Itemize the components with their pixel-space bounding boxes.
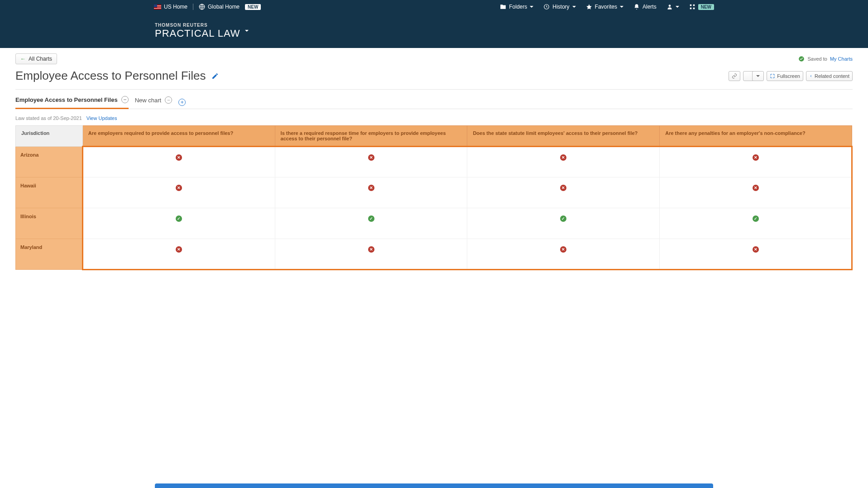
column-header-4[interactable]: Are there any penalties for an employer'… xyxy=(660,126,852,147)
favorites-label: Favorites xyxy=(595,4,617,10)
data-cell[interactable]: ✕ xyxy=(82,147,275,177)
apps-new-badge: NEW xyxy=(698,4,714,10)
chevron-down-icon xyxy=(620,6,623,8)
global-home-link[interactable]: Global Home xyxy=(199,4,240,10)
results-table: Jurisdiction Are employers required to p… xyxy=(15,125,853,270)
edit-title-button[interactable] xyxy=(211,72,219,80)
us-home-label: US Home xyxy=(164,4,187,10)
back-arrow-icon: ← xyxy=(20,56,26,62)
folders-menu[interactable]: Folders xyxy=(500,4,533,10)
globe-icon xyxy=(199,4,205,10)
page-title: Employee Access to Personnel Files xyxy=(15,69,206,83)
user-menu[interactable] xyxy=(667,4,679,10)
user-icon xyxy=(667,4,673,10)
table-row: Hawaii✕✕✕✕ xyxy=(16,177,852,208)
column-header-1[interactable]: Are employers required to provide access… xyxy=(82,126,275,147)
history-icon xyxy=(543,4,550,10)
alerts-link[interactable]: Alerts xyxy=(633,4,657,10)
chevron-down-icon xyxy=(530,6,533,8)
apps-menu[interactable]: NEW xyxy=(689,4,714,10)
favorites-menu[interactable]: Favorites xyxy=(586,4,623,10)
apps-icon xyxy=(689,4,695,10)
x-icon: ✕ xyxy=(560,154,566,161)
x-icon: ✕ xyxy=(753,154,759,161)
tab-current-label: Employee Access to Personnel Files xyxy=(15,96,118,103)
svg-point-2 xyxy=(668,5,671,7)
brand-dropdown[interactable]: THOMSON REUTERS PRACTICAL LAW xyxy=(155,23,249,39)
x-icon: ✕ xyxy=(176,246,182,253)
alerts-label: Alerts xyxy=(643,4,657,10)
x-icon: ✕ xyxy=(176,154,182,161)
link-button[interactable] xyxy=(729,71,740,81)
fullscreen-button[interactable]: Fullscreen xyxy=(767,71,803,81)
all-charts-button[interactable]: ← All Charts xyxy=(15,53,57,64)
data-cell[interactable]: ✕ xyxy=(275,177,467,208)
tab-new-label: New chart xyxy=(135,97,162,104)
x-icon: ✕ xyxy=(368,185,374,191)
data-cell[interactable]: ✕ xyxy=(275,147,467,177)
data-cell[interactable]: ✓ xyxy=(82,208,275,239)
x-icon: ✕ xyxy=(368,246,374,253)
x-icon: ✕ xyxy=(753,185,759,191)
law-stated-label: Law stated as of 20-Sep-2021 xyxy=(15,115,82,121)
check-icon: ✓ xyxy=(560,215,566,222)
data-cell[interactable]: ✕ xyxy=(82,177,275,208)
data-cell[interactable]: ✕ xyxy=(467,177,660,208)
plus-circle-icon[interactable]: + xyxy=(178,99,186,106)
fullscreen-label: Fullscreen xyxy=(777,73,800,79)
folders-label: Folders xyxy=(509,4,527,10)
column-header-2[interactable]: Is there a required response time for em… xyxy=(275,126,467,147)
star-icon xyxy=(586,4,592,10)
svg-rect-6 xyxy=(693,8,695,10)
related-content-button[interactable]: Related content xyxy=(806,71,853,81)
jurisdiction-cell[interactable]: Hawaii xyxy=(16,177,83,208)
x-icon: ✕ xyxy=(753,246,759,253)
my-charts-link[interactable]: My Charts xyxy=(830,56,853,62)
check-green-icon xyxy=(798,56,805,62)
jurisdiction-cell[interactable]: Arizona xyxy=(16,147,83,177)
x-icon: ✕ xyxy=(176,185,182,191)
history-menu[interactable]: History xyxy=(543,4,575,10)
data-cell[interactable]: ✓ xyxy=(467,208,660,239)
table-row: Arizona✕✕✕✕ xyxy=(16,147,852,177)
us-home-link[interactable]: US Home xyxy=(154,4,187,10)
download-menu-caret[interactable] xyxy=(752,71,764,81)
chevron-down-icon xyxy=(676,6,679,8)
tab-new-chart[interactable]: New chart − xyxy=(135,96,173,108)
data-cell[interactable]: ✕ xyxy=(275,239,467,270)
jurisdiction-cell[interactable]: Maryland xyxy=(16,239,83,270)
svg-rect-4 xyxy=(693,5,695,6)
jurisdiction-cell[interactable]: Illinois xyxy=(16,208,83,239)
minus-circle-icon[interactable]: − xyxy=(165,96,172,104)
x-icon: ✕ xyxy=(560,185,566,191)
data-cell[interactable]: ✕ xyxy=(82,239,275,270)
svg-rect-5 xyxy=(690,8,691,10)
folder-icon xyxy=(500,4,506,10)
check-icon: ✓ xyxy=(753,215,759,222)
data-cell[interactable]: ✕ xyxy=(660,177,852,208)
x-icon: ✕ xyxy=(368,154,374,161)
history-label: History xyxy=(552,4,569,10)
data-cell[interactable]: ✕ xyxy=(467,239,660,270)
data-cell[interactable]: ✓ xyxy=(275,208,467,239)
brand-main: PRACTICAL LAW xyxy=(155,28,240,39)
data-cell[interactable]: ✓ xyxy=(660,208,852,239)
column-header-jurisdiction[interactable]: Jurisdiction xyxy=(16,126,83,147)
flag-us-icon xyxy=(154,5,161,10)
minus-circle-icon[interactable]: − xyxy=(121,96,129,103)
table-row: Maryland✕✕✕✕ xyxy=(16,239,852,270)
table-row: Illinois✓✓✓✓ xyxy=(16,208,852,239)
check-icon: ✓ xyxy=(368,215,374,222)
view-updates-link[interactable]: View Updates xyxy=(86,115,117,121)
column-header-3[interactable]: Does the state statute limit employees' … xyxy=(467,126,660,147)
data-cell[interactable]: ✕ xyxy=(660,239,852,270)
tab-current-chart[interactable]: Employee Access to Personnel Files − xyxy=(15,96,129,109)
x-icon: ✕ xyxy=(560,246,566,253)
chevron-down-icon xyxy=(572,6,576,8)
data-cell[interactable]: ✕ xyxy=(660,147,852,177)
all-charts-label: All Charts xyxy=(29,56,52,62)
bell-icon xyxy=(633,4,640,10)
data-cell[interactable]: ✕ xyxy=(467,147,660,177)
svg-rect-3 xyxy=(690,5,691,6)
check-icon: ✓ xyxy=(176,215,182,222)
